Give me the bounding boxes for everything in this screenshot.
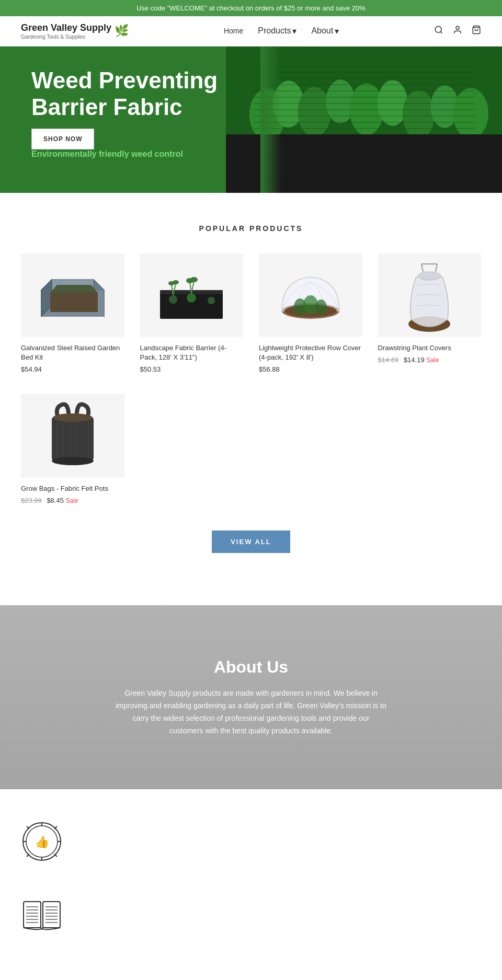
- product-sale-price-5: $8.45: [47, 497, 64, 504]
- product-name-5: Grow Bags - Fabric Felt Pots: [21, 484, 124, 493]
- product-card-4[interactable]: Drawstring Plant Covers $14.69 $14.19 Sa…: [378, 253, 482, 373]
- product-image-1: [21, 253, 124, 337]
- product-sale-label-5: Sale: [66, 497, 78, 504]
- product-sale-price-4: $14.19: [404, 356, 425, 364]
- product-name-1: Galvanized Steel Raised Garden Bed Kit: [21, 343, 124, 362]
- product-original-price-4: $14.69: [378, 356, 399, 364]
- svg-marker-28: [50, 285, 98, 293]
- svg-rect-74: [43, 902, 60, 928]
- product-card-2[interactable]: Landscape Fabric Barrier (4-Pack, 128' X…: [140, 253, 244, 373]
- products-section-title: POPULAR PRODUCTS: [21, 224, 481, 233]
- logo-tagline: Gardening Tools & Supplies: [21, 34, 111, 40]
- product-card-5[interactable]: Grow Bags - Fabric Felt Pots $23.99 $8.4…: [21, 394, 124, 504]
- logo-name: Green Valley Supply: [21, 22, 111, 34]
- svg-text:👍: 👍: [35, 835, 50, 849]
- announcement-text: Use code "WELCOME" at checkout on orders…: [136, 4, 366, 12]
- product-name-3: Lightweight Protective Row Cover (4-pack…: [259, 343, 362, 362]
- hero-title: Weed Preventing Barrier Fabric: [31, 67, 230, 120]
- svg-point-42: [190, 277, 198, 282]
- nav-home[interactable]: Home: [224, 27, 243, 35]
- products-grid-row2: Grow Bags - Fabric Felt Pots $23.99 $8.4…: [21, 394, 481, 504]
- logo[interactable]: Green Valley Supply Gardening Tools & Su…: [21, 22, 129, 40]
- svg-rect-53: [52, 417, 94, 461]
- svg-point-61: [53, 413, 93, 422]
- book-icon: [21, 894, 63, 936]
- chevron-down-icon: ▾: [335, 26, 339, 36]
- svg-rect-73: [24, 902, 41, 928]
- product-image-3: [259, 253, 362, 337]
- svg-point-34: [208, 297, 215, 304]
- svg-point-60: [52, 457, 94, 465]
- svg-line-50: [421, 264, 423, 272]
- product-card-1[interactable]: Galvanized Steel Raised Garden Bed Kit $…: [21, 253, 124, 373]
- cart-icon[interactable]: [472, 25, 481, 37]
- nav-products[interactable]: Products ▾: [258, 26, 296, 36]
- product-name-2: Landscape Fabric Barrier (4-Pack, 128' X…: [140, 343, 244, 362]
- quality-badge-icon: 👍: [21, 821, 63, 862]
- about-title: About Us: [21, 658, 481, 677]
- svg-point-0: [435, 26, 441, 32]
- user-icon[interactable]: [453, 25, 462, 37]
- products-grid-row1: Galvanized Steel Raised Garden Bed Kit $…: [21, 253, 481, 373]
- product-price-3: $56.88: [259, 365, 362, 373]
- product-image-5: [21, 394, 124, 478]
- product-price-1: $54.94: [21, 365, 124, 373]
- svg-point-47: [315, 299, 327, 315]
- site-header: Green Valley Supply Gardening Tools & Su…: [0, 16, 502, 47]
- product-image-2: [140, 253, 244, 337]
- hero-banner: Weed Preventing Barrier Fabric SHOP NOW …: [0, 47, 502, 193]
- view-all-wrapper: VIEW ALL: [21, 531, 481, 553]
- product-price-2: $50.53: [140, 365, 244, 373]
- about-section: About Us Green Valley Supply products ar…: [0, 605, 502, 789]
- hero-subtitle: Environmentally friendly weed control: [31, 149, 471, 159]
- hero-content: Weed Preventing Barrier Fabric SHOP NOW …: [0, 47, 502, 192]
- view-all-button[interactable]: VIEW ALL: [212, 531, 290, 553]
- nav-about[interactable]: About ▾: [311, 26, 339, 36]
- product-price-5: $23.99 $8.45 Sale: [21, 497, 124, 504]
- about-text: Green Valley Supply products are made wi…: [115, 687, 387, 737]
- product-sale-label-4: Sale: [426, 356, 439, 364]
- product-card-3[interactable]: Lightweight Protective Row Cover (4-pack…: [259, 253, 362, 373]
- svg-point-32: [169, 295, 177, 304]
- chevron-down-icon: ▾: [292, 26, 296, 36]
- svg-line-51: [436, 264, 437, 272]
- features-section: 👍: [0, 789, 502, 980]
- announcement-bar: Use code "WELCOME" at checkout on orders…: [0, 0, 502, 16]
- product-original-price-5: $23.99: [21, 497, 42, 504]
- svg-point-2: [456, 26, 459, 29]
- svg-marker-29: [50, 293, 98, 312]
- hero-cta-button[interactable]: SHOP NOW: [31, 129, 94, 149]
- leaf-icon: 🌿: [115, 24, 129, 38]
- product-price-4: $14.69 $14.19 Sale: [378, 356, 482, 364]
- product-image-4: [378, 253, 482, 337]
- svg-point-49: [418, 272, 441, 280]
- products-section: POPULAR PRODUCTS: [0, 193, 502, 606]
- feature-item-2: [21, 894, 481, 941]
- main-nav: Home Products ▾ About ▾: [224, 26, 339, 36]
- svg-point-38: [173, 280, 179, 284]
- search-icon[interactable]: [434, 25, 443, 37]
- feature-item-1: 👍: [21, 821, 481, 868]
- product-name-4: Drawstring Plant Covers: [378, 343, 482, 353]
- svg-line-1: [440, 31, 442, 33]
- svg-point-33: [187, 293, 196, 303]
- header-icons: [434, 25, 481, 37]
